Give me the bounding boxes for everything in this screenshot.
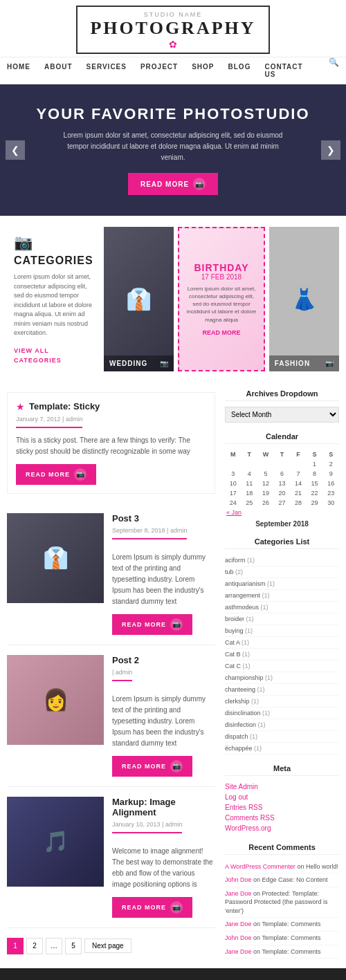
fashion-overlay: FASHION 📷 [269,355,339,371]
post-card-3: 👔 Post 3 September 8, 2018 | admin Lorem… [7,503,215,645]
nav-shop[interactable]: SHOP [185,57,221,76]
main-content: ★ Template: Sticky January 7, 2012 | adm… [7,382,225,969]
view-all-categories-link[interactable]: VIEW ALL CATEGORIES [14,347,62,364]
comments-rss-link[interactable]: Comments RSS [225,814,275,822]
cal-day-s2: S [322,450,339,459]
hero-section: ❮ YOUR FAVORITE PHOTOSTUDIO Lorem ipsum … [0,84,346,216]
commenter-link[interactable]: Jane Doe [225,921,252,927]
nav-project[interactable]: PROJECT [134,57,185,76]
post-2-meta: | admin [112,669,132,681]
nav-home[interactable]: HOME [0,57,37,76]
camera-icon: 📷 [170,901,183,914]
cal-week-5: 2425262728 2930 [225,498,339,508]
cal-week-1: 12 [225,459,339,469]
sticky-read-more-button[interactable]: READ MORE 📷 [16,464,96,485]
sidebar-archives-dropdown: Archives Dropdown Select Month [225,389,339,423]
birthday-read-more[interactable]: READ MORE [202,329,240,336]
calendar-month: September 2018 [225,520,339,528]
categories-list-title: Categories List [225,537,339,549]
archives-dropdown-select[interactable]: Select Month [225,407,339,423]
cal-day-f: F [290,450,307,459]
post-3-image: 👔 [7,513,104,603]
list-item: Jane Doe on Protected: Template: Passwor… [225,887,339,918]
list-item: championship (1) [225,672,339,684]
fashion-label: FASHION [275,360,310,367]
logo-text: PHOTOGRAPHY [90,18,255,39]
post-2-text: Lorem Ipsum is simply dummy text of the … [112,694,215,749]
list-item: Site Admin [225,782,339,792]
hero-prev-button[interactable]: ❮ [6,140,25,160]
cal-nav-row: « Jan [225,508,339,517]
site-footer: Archives List September 2018 (4) January… [0,968,346,980]
site-admin-link[interactable]: Site Admin [225,783,258,791]
post-3-meta: September 8, 2018 | admin [112,527,187,539]
sticky-post-meta: January 7, 2012 | admin [16,416,82,428]
cal-day-t2: T [274,450,291,459]
commenter-link[interactable]: John Doe [225,876,252,883]
sidebar-recent-comments: Recent Comments A WordPress Commenter on… [225,843,339,959]
category-fashion: 👗 FASHION 📷 [269,227,339,371]
camera-icon: 📷 [193,178,206,190]
category-images: 👔 WEDDING 📷 BIRTHDAY 17 FEB 2018 Lorem i… [104,227,339,371]
list-item: Cat A (1) [225,637,339,649]
star-icon: ★ [16,401,25,412]
commenter-link[interactable]: Jane Doe [225,948,252,955]
list-item: Entries RSS [225,802,339,813]
wordpress-org-link[interactable]: WordPress.org [225,824,271,832]
calendar-title: Calendar [225,432,339,444]
nav-services[interactable]: SERVICES [80,57,134,76]
page-next-button[interactable]: Next page [84,939,131,953]
categories-box: 📷 CATEGORIES Lorem ipsum dolor sit amet,… [7,227,104,371]
list-item: buying (1) [225,625,339,637]
cal-day-t: T [242,450,258,459]
sticky-post-text: This is a sticky post. There are a few t… [16,435,206,457]
list-item: WordPress.org [225,823,339,833]
post-3-read-more-button[interactable]: READ MORE 📷 [112,614,192,635]
nav-blog[interactable]: BLOG [221,57,258,76]
nav-about[interactable]: ABOUT [37,57,80,76]
commenter-link[interactable]: A WordPress Commenter [225,863,295,870]
wedding-label: WEDDING [109,360,147,367]
list-item: clerkship (1) [225,696,339,708]
nav-contact[interactable]: CONTACT US [257,57,322,84]
category-wedding: 👔 WEDDING 📷 [104,227,174,371]
cal-prev-link[interactable]: « Jan [226,509,242,516]
list-item: John Doe on Edge Case: No Content [225,873,339,887]
post-2-info: Post 2 | admin Lorem Ipsum is simply dum… [112,655,215,777]
page-2-button[interactable]: 2 [26,938,43,954]
list-item: Cat C (1) [225,660,339,672]
list-item: disinfection (1) [225,719,339,731]
list-item: John Doe on Template: Comments [225,932,339,945]
list-item: Comments RSS [225,813,339,823]
recent-comments-title: Recent Comments [225,843,339,855]
list-item: A WordPress Commenter on Hello world! [225,860,339,874]
cal-week-3: 1011121314 1516 [225,479,339,488]
post-2-read-more-button[interactable]: READ MORE 📷 [112,756,192,777]
hero-cta-button[interactable]: READ MORE 📷 [128,173,218,195]
post-alignment-read-more-button[interactable]: READ MORE 📷 [112,897,192,918]
post-alignment-title: Markup: Image Alignment [112,797,215,817]
list-item: antiquarianism (1) [225,578,339,590]
list-item: disinclination (1) [225,708,339,719]
commenter-link[interactable]: Jane Doe [225,890,252,897]
post-2-thumbnail: 👩 [7,655,104,745]
page-ellipsis-button[interactable]: … [46,938,62,954]
list-item: chanteeing (1) [225,684,339,696]
meta-list: Site Admin Log out Entries RSS Comments … [225,782,339,833]
categories-title: CATEGORIES [14,255,97,267]
page-1-button[interactable]: 1 [7,938,24,954]
hero-description: Lorem ipsum dolor sit amet, consectetur … [62,130,284,163]
log-out-link[interactable]: Log out [225,793,248,801]
list-item: aciform (1) [225,555,339,566]
camera-icon: 📷 [170,618,183,631]
wedding-image: 👔 [104,227,174,371]
entries-rss-link[interactable]: Entries RSS [225,804,262,811]
page-5-button[interactable]: 5 [65,938,82,954]
main-layout: ★ Template: Sticky January 7, 2012 | adm… [0,382,346,969]
sticky-post: ★ Template: Sticky January 7, 2012 | adm… [7,392,215,494]
post-card-2: 👩 Post 2 | admin Lorem Ipsum is simply d… [7,645,215,787]
birthday-text: Lorem ipsum dolor sit amet, consectetur … [186,285,256,324]
commenter-link[interactable]: John Doe [225,934,252,941]
calendar-table: M T W T F S S 12 34567 [225,450,339,517]
hero-next-button[interactable]: ❯ [321,140,340,160]
